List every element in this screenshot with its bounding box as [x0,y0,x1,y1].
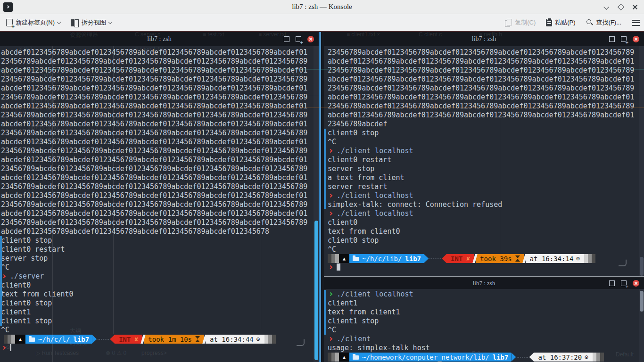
prompt-chevron-icon [2,274,6,278]
split-divider-vertical[interactable] [319,32,324,362]
output-text: abcdef0123456789abcdef0123456789abcdef01… [1,138,307,146]
prompt-chevron-icon [329,194,332,197]
terminal-line: server restart [324,182,644,191]
folder-icon [353,257,359,261]
powerline-arrow-icon [424,254,429,263]
output-text: abcdef0123456789abcdef0123456789abcdef01… [1,156,307,164]
path-prefix: ~/h/c/lib/ [362,255,402,263]
output-text: 23456789abcdef0123456789abcdef0123456789… [1,57,307,66]
terminal-line: client0 stop [324,129,644,138]
output-text: a text from client [328,173,405,182]
menu-button[interactable] [627,16,644,30]
terminal-pane-right-top[interactable]: lib7 : zsh 23456789abcdef0123456789abcde… [324,32,644,276]
new-tab-label: 新建标签页(N) [16,18,55,27]
exit-status-label: INT [119,336,131,343]
terminal-line: 23456789abcdef0123456789abcdef0123456789… [0,182,319,191]
terminal-line: abcdef0123456789abcdef0123456789abcdef01… [324,111,644,120]
output-text: 23456789abcdef0123456789abcdef0123456789… [1,165,307,173]
terminal-line: abcdef0123456789abcdef0123456789abcdef01… [0,66,319,75]
pane-titlebar[interactable]: lib7 : zsh [0,32,319,46]
output-text: 23456789abcdef0123456789abcdef0123456789… [1,147,307,155]
find-button[interactable]: 查找(F)... [582,16,626,30]
prompt-frame-block [328,353,331,362]
output-text: abcdef0123456789abcdef0123456789abcdef01… [328,93,634,101]
close-pane-icon[interactable] [633,36,639,42]
search-icon [586,19,594,26]
terminal-line: 23456789abcdef0123456789abcdef0123456789… [0,93,319,102]
os-indicator: ▲ [339,353,349,362]
detach-pane-icon[interactable] [621,280,627,286]
output-text: usage: simplex-talk host [328,344,430,352]
command-text: ./client localhost [337,209,413,218]
copy-button[interactable]: 复制(C) [501,16,540,30]
path-current-dir: lib7 [493,354,509,361]
prompt-filler-dots [429,258,441,259]
prompt-frame-block [593,353,596,362]
window-titlebar: lib7 : zsh — Konsole [0,0,644,14]
terminal-screen[interactable]: 23456789abcdef0123456789abcdef0123456789… [324,46,644,276]
split-view-button[interactable]: 拆分视图 [66,16,116,30]
terminal-line: abcdef0123456789abcdef0123456789abcdef01… [324,57,644,66]
window-title: lib7 : zsh — Konsole [0,3,644,11]
path-current-dir: lib7 [405,255,421,263]
terminal-input-line[interactable] [0,344,319,353]
maximize-button[interactable] [618,4,624,10]
terminal-pane-left[interactable]: lib7 : zsh abcdef0123456789abcdef0123456… [0,32,319,362]
pane-titlebar[interactable]: lib7 : zsh [324,32,644,46]
detach-pane-icon[interactable] [296,36,301,42]
paste-button[interactable]: 粘贴(P) [542,16,579,30]
exit-status-segment: INT✘ [446,254,474,263]
terminal-line: ./client [324,335,644,344]
folder-icon [29,337,35,342]
prompt-bar: ▲~/h/c/l/lib7INT✘took 1m 10sat 16:34:44⊙ [4,335,319,344]
expand-pane-icon[interactable] [609,280,615,286]
command-text: ./server [10,272,44,280]
terminal-screen[interactable]: ./client localhostclient1text from clien… [324,289,644,362]
output-text: client0 [328,218,357,227]
terminal-line: client1 stop [0,317,319,326]
close-pane-icon[interactable] [307,36,314,42]
terminal-line: abcdef0123456789abcdef0123456789abcdef01… [0,102,319,111]
terminal-line: text from client0 [324,227,644,236]
command-text: ./client localhost [337,147,413,155]
minimize-button[interactable] [603,4,610,10]
terminal-line: 23456789abcdef0123456789abcdef0123456789… [324,102,644,111]
terminal-line: 23456789abcdef0123456789abcdef0123456789… [0,200,319,209]
prompt-frame-block [11,335,15,344]
output-text: 23456789abcdef0123456789abcdef0123456789… [328,66,634,74]
output-text: abcdef0123456789abcdef0123456789abcdef01… [1,84,307,92]
terminal-pane-right-bottom[interactable]: lib7 : zsh ./client localhostclient1text… [324,278,644,362]
hourglass-icon [195,336,200,342]
chevron-down-icon [57,20,61,24]
terminal-line: client0 restart [0,245,319,254]
new-tab-icon [6,19,13,26]
new-tab-button[interactable]: 新建标签页(N) [2,16,65,30]
os-indicator: ▲ [15,335,25,344]
expand-pane-icon[interactable] [284,36,289,42]
close-pane-icon[interactable] [633,280,639,287]
terminal-line: 23456789abcdef0123456789abcdef0123456789… [324,66,644,75]
terminal-line: client0 stop [0,299,319,308]
output-text: abcdef0123456789abcdef0123456789abcdef01… [1,209,307,218]
terminal-line: 23456789abcdef0123456789abcdef0123456789… [0,129,319,138]
detach-pane-icon[interactable] [621,36,627,42]
prompt-chevron-icon [329,149,332,153]
terminal-line: 23456789abcdef0123456789abcdef0123456789… [0,165,319,173]
output-text: 23456789abcdef0123456789abcdef0123456789… [1,129,307,137]
terminal-screen[interactable]: abcdef0123456789abcdef0123456789abcdef01… [0,46,319,362]
output-text: client1 stop [328,317,379,325]
pane-titlebar[interactable]: lib7 : zsh [324,278,644,289]
expand-pane-icon[interactable] [609,36,615,42]
output-text: abcdef0123456789abcdef0123456789abcdef01… [328,111,634,119]
prompt-frame-block [588,254,592,263]
output-text: abcdef0123456789abcdef0123456789abcdef01… [328,57,634,66]
output-text: ^C [1,326,9,334]
terminal-input-line[interactable] [324,263,644,272]
terminal-line: client1 [0,308,319,317]
output-text: 23456789abcdef0123456789abcdef0123456789… [1,200,307,209]
close-button[interactable] [632,4,638,10]
output-text: client0 restart [1,245,65,254]
prompt-path-segment: ~/h/c/lib/lib7 [349,254,424,263]
output-text: client1 stop [1,317,52,325]
terminal-line: text from client1 [324,308,644,317]
